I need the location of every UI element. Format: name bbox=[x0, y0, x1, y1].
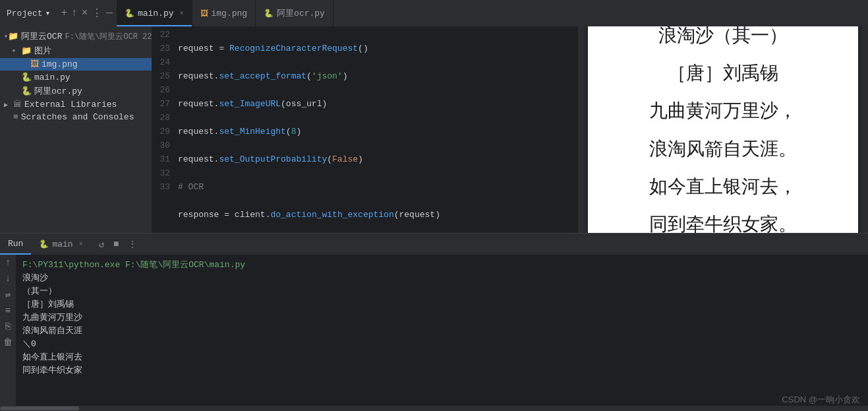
run-output[interactable]: F:\PY311\python.exe F:\随笔\阿里云OCR\main.py… bbox=[16, 255, 868, 406]
output-line-1: 浪淘沙 bbox=[22, 272, 861, 285]
poem-line-3: 九曲黄河万里沙， bbox=[649, 98, 797, 123]
sidebar-item-scratches[interactable]: ≡ Scratches and Consoles bbox=[0, 111, 152, 123]
code-line-24: request.set_ImageURL(oss_url) bbox=[175, 97, 578, 111]
line-num: 32 bbox=[154, 166, 170, 180]
close-icon[interactable]: × bbox=[82, 7, 88, 19]
tab-close-icon[interactable]: × bbox=[179, 10, 183, 17]
output-line-3: ［唐］刘禹锡 bbox=[22, 298, 861, 311]
stop-button[interactable]: ■ bbox=[111, 237, 121, 251]
output-line-5: 浪淘风箭自天涯 bbox=[22, 325, 861, 338]
line-num: 27 bbox=[154, 97, 170, 111]
copy-button[interactable]: ⎘ bbox=[5, 321, 11, 332]
run-command-path: F:\PY311\python.exe F:\随笔\阿里云OCR\main.py bbox=[22, 259, 861, 272]
tab-label: img.png bbox=[212, 9, 248, 18]
more-options-button[interactable]: ⋮ bbox=[125, 237, 140, 251]
python-file-icon: 🐍 bbox=[125, 9, 134, 18]
wrap-lines-button[interactable]: ⇌ bbox=[5, 289, 11, 300]
line-numbers: 22 23 24 25 26 27 28 29 30 31 32 33 bbox=[152, 26, 175, 233]
output-line-2: （其一） bbox=[22, 285, 861, 298]
project-dropdown-icon: ▾ bbox=[45, 8, 51, 18]
sync-icon[interactable]: ↑ bbox=[71, 7, 78, 19]
poem-line-2: ［唐］刘禹锡 bbox=[668, 60, 778, 86]
bottom-panel: Run 🐍 main × ↺ ■ ⋮ ↑ ↓ ⇌ ≡ ⎘ 🗑 F:\PY311\… bbox=[0, 233, 868, 411]
more-icon[interactable]: ⋮ bbox=[92, 7, 102, 20]
run-tab-label: Run bbox=[8, 239, 23, 249]
run-file-icon: 🐍 bbox=[39, 239, 49, 249]
file-label: img.png bbox=[42, 59, 78, 69]
tab-main-py[interactable]: 🐍 main.py × bbox=[117, 0, 192, 26]
clear-button[interactable]: 🗑 bbox=[3, 337, 13, 348]
tab-img-png[interactable]: 🖼 img.png bbox=[192, 0, 256, 26]
line-num: 24 bbox=[154, 55, 170, 69]
tab-label: main.py bbox=[138, 9, 174, 18]
sidebar-item-main-py[interactable]: 🐍 main.py bbox=[0, 71, 152, 84]
scroll-down-button[interactable]: ↓ bbox=[5, 273, 11, 284]
editor-area: 22 23 24 25 26 27 28 29 30 31 32 33 requ… bbox=[152, 26, 868, 233]
code-line-23: request.set_accept_format('json') bbox=[175, 69, 578, 83]
editor-tabs: 🐍 main.py × 🖼 img.png 🐍 阿里ocr.py bbox=[117, 0, 868, 26]
title-bar: Project ▾ + ↑ × ⋮ — 🐍 main.py × 🖼 img.pn… bbox=[0, 0, 868, 26]
line-num: 29 bbox=[154, 125, 170, 139]
tab-label: 阿里ocr.py bbox=[277, 7, 325, 19]
line-num: 31 bbox=[154, 152, 170, 166]
expand-arrow-icon: ▾ bbox=[12, 47, 21, 55]
run-file-label: main bbox=[52, 239, 72, 249]
line-num: 33 bbox=[154, 180, 170, 194]
output-line-6: ＼0 bbox=[22, 338, 861, 351]
image-preview-panel: 浪淘沙（其一） ［唐］刘禹锡 九曲黄河万里沙， 浪淘风箭自天涯。 如今直上银河去… bbox=[578, 26, 868, 233]
expand-arrow-icon: ▶ bbox=[4, 101, 13, 109]
soft-wrap-button[interactable]: ≡ bbox=[5, 305, 11, 316]
file-tree: ▾ 📁 阿里云OCR F:\随笔\阿里云OCR 22 ▾ 📁 图片 🖼 img.… bbox=[0, 26, 152, 126]
project-root-label: 阿里云OCR bbox=[21, 30, 62, 42]
sidebar-item-project-root[interactable]: ▾ 📁 阿里云OCR F:\随笔\阿里云OCR 22 bbox=[0, 29, 152, 44]
restart-button[interactable]: ↺ bbox=[96, 237, 107, 251]
title-controls: + ↑ × ⋮ — bbox=[57, 7, 116, 20]
ext-libraries-label: External Libraries bbox=[24, 100, 117, 110]
run-sidebar: ↑ ↓ ⇌ ≡ ⎘ 🗑 bbox=[0, 255, 16, 406]
watermark: CSDN @一晌小贪欢 bbox=[782, 394, 860, 406]
bottom-tabs-bar: Run 🐍 main × ↺ ■ ⋮ bbox=[0, 234, 868, 255]
poem-line-4: 浪淘风箭自天涯。 bbox=[649, 136, 797, 162]
sidebar-item-img-png[interactable]: 🖼 img.png bbox=[0, 58, 152, 71]
line-num: 26 bbox=[154, 83, 170, 97]
project-menu[interactable]: Project ▾ bbox=[0, 8, 57, 18]
poem-image: 浪淘沙（其一） ［唐］刘禹锡 九曲黄河万里沙， 浪淘风箭自天涯。 如今直上银河去… bbox=[588, 26, 858, 233]
bottom-content: ↑ ↓ ⇌ ≡ ⎘ 🗑 F:\PY311\python.exe F:\随笔\阿里… bbox=[0, 255, 868, 406]
tab-run[interactable]: Run bbox=[0, 234, 31, 255]
output-line-4: 九曲黄河万里沙 bbox=[22, 311, 861, 325]
close-run-tab-icon[interactable]: × bbox=[79, 241, 83, 248]
code-line-27: # OCR bbox=[175, 180, 578, 194]
tab-aliyun-ocr[interactable]: 🐍 阿里ocr.py bbox=[256, 0, 333, 26]
main-layout: ▾ 📁 阿里云OCR F:\随笔\阿里云OCR 22 ▾ 📁 图片 🖼 img.… bbox=[0, 26, 868, 233]
minimize-icon[interactable]: — bbox=[106, 7, 113, 19]
output-line-8: 同到牵牛织女家 bbox=[22, 364, 861, 377]
new-file-icon[interactable]: + bbox=[61, 7, 67, 19]
poem-line-5: 如今直上银河去， bbox=[649, 174, 797, 199]
scratches-label: Scratches and Consoles bbox=[21, 112, 134, 122]
image-file-icon: 🖼 bbox=[200, 9, 208, 18]
folder-label: 图片 bbox=[34, 45, 51, 57]
poem-line-1: 浪淘沙（其一） bbox=[658, 26, 788, 48]
sidebar-item-aliyun-ocr[interactable]: 🐍 阿里ocr.py bbox=[0, 84, 152, 98]
project-sidebar: ▾ 📁 阿里云OCR F:\随笔\阿里云OCR 22 ▾ 📁 图片 🖼 img.… bbox=[0, 26, 152, 233]
code-editor[interactable]: request = RecognizeCharacterRequest() re… bbox=[175, 26, 578, 233]
run-controls: ↺ ■ ⋮ bbox=[96, 237, 140, 251]
folder-icon: 📁 bbox=[21, 46, 32, 56]
python-icon: 🐍 bbox=[21, 86, 32, 96]
python-icon: 🐍 bbox=[21, 72, 32, 82]
image-file-icon: 🖼 bbox=[30, 59, 39, 69]
sidebar-item-external-libraries[interactable]: ▶ 🏛 External Libraries bbox=[0, 98, 152, 111]
folder-icon: 📁 bbox=[8, 31, 18, 42]
library-icon: 🏛 bbox=[13, 100, 22, 110]
output-line-7: 如今直上银河去 bbox=[22, 351, 861, 364]
line-num: 28 bbox=[154, 111, 170, 125]
line-num: 22 bbox=[154, 28, 170, 42]
code-panel: 22 23 24 25 26 27 28 29 30 31 32 33 requ… bbox=[152, 26, 578, 233]
scroll-thumb[interactable] bbox=[0, 406, 79, 410]
project-path-badge: F:\随笔\阿里云OCR 22 bbox=[65, 31, 152, 42]
tab-main-run[interactable]: 🐍 main × bbox=[31, 234, 90, 255]
sidebar-item-images-folder[interactable]: ▾ 📁 图片 bbox=[0, 44, 152, 58]
scroll-up-button[interactable]: ↑ bbox=[5, 257, 11, 268]
horizontal-scrollbar[interactable] bbox=[0, 406, 868, 411]
code-line-22: request = RecognizeCharacterRequest() bbox=[175, 42, 578, 55]
